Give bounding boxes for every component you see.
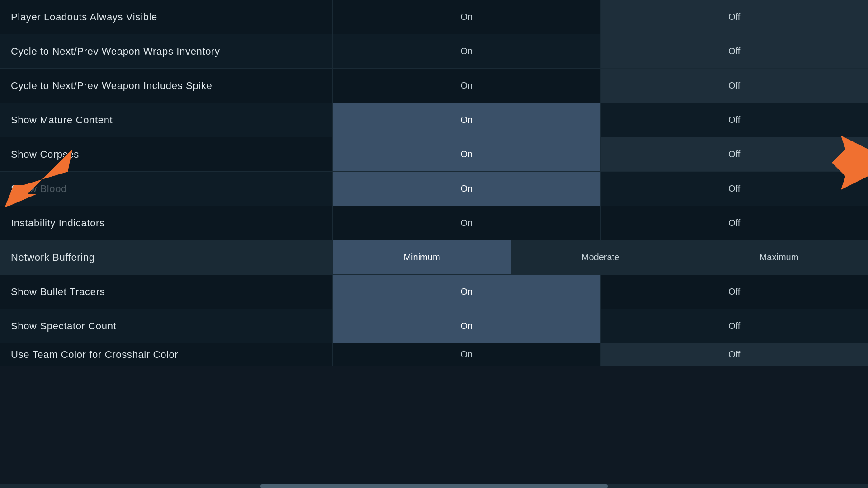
- setting-label-network-buffering: Network Buffering: [0, 240, 332, 274]
- setting-label-cycle-spike: Cycle to Next/Prev Weapon Includes Spike: [0, 69, 332, 103]
- setting-row-crosshair-color: Use Team Color for Crosshair Color On Of…: [0, 343, 868, 366]
- setting-row-mature-content: Show Mature Content On Off: [0, 103, 868, 137]
- setting-label-player-loadouts: Player Loadouts Always Visible: [0, 0, 332, 34]
- svg-marker-1: [832, 136, 868, 190]
- option-on-instability[interactable]: On: [332, 206, 600, 240]
- option-on-spectator-count[interactable]: On: [332, 309, 600, 343]
- setting-row-instability: Instability Indicators On Off: [0, 206, 868, 240]
- setting-row-player-loadouts: Player Loadouts Always Visible On Off: [0, 0, 868, 34]
- option-on-player-loadouts[interactable]: On: [332, 0, 600, 34]
- setting-options-cycle-spike: On Off: [332, 69, 868, 103]
- option-maximum-network[interactable]: Maximum: [689, 240, 868, 274]
- settings-container: Player Loadouts Always Visible On Off Cy…: [0, 0, 868, 488]
- setting-label-crosshair-color: Use Team Color for Crosshair Color: [0, 343, 332, 366]
- setting-options-spectator-count: On Off: [332, 309, 868, 343]
- left-arrow-annotation: [0, 149, 72, 208]
- setting-row-network-buffering: Network Buffering Minimum Moderate Maxim…: [0, 240, 868, 275]
- svg-marker-0: [5, 149, 72, 208]
- option-minimum-network[interactable]: Minimum: [332, 240, 511, 274]
- setting-row-cycle-wraps: Cycle to Next/Prev Weapon Wraps Inventor…: [0, 34, 868, 69]
- setting-row-show-corpses: Show Corpses On Off: [0, 137, 868, 172]
- option-off-show-unknown[interactable]: Off: [600, 172, 868, 206]
- option-on-cycle-spike[interactable]: On: [332, 69, 600, 103]
- setting-row-spectator-count: Show Spectator Count On Off: [0, 309, 868, 343]
- option-on-bullet-tracers[interactable]: On: [332, 275, 600, 309]
- option-off-crosshair-color[interactable]: Off: [600, 343, 868, 366]
- option-off-cycle-wraps[interactable]: Off: [600, 34, 868, 68]
- option-off-player-loadouts[interactable]: Off: [600, 0, 868, 34]
- option-on-mature-content[interactable]: On: [332, 103, 600, 137]
- setting-options-show-corpses: On Off: [332, 137, 868, 171]
- scrollbar-thumb[interactable]: [260, 484, 608, 488]
- setting-label-instability: Instability Indicators: [0, 206, 332, 240]
- option-on-show-corpses[interactable]: On: [332, 137, 600, 171]
- right-arrow-annotation: [832, 136, 868, 190]
- setting-row-show-unknown: Show Blood On Off: [0, 172, 868, 206]
- setting-label-mature-content: Show Mature Content: [0, 103, 332, 137]
- setting-options-show-unknown: On Off: [332, 172, 868, 206]
- setting-options-network-buffering: Minimum Moderate Maximum: [332, 240, 868, 274]
- option-off-cycle-spike[interactable]: Off: [600, 69, 868, 103]
- setting-row-cycle-spike: Cycle to Next/Prev Weapon Includes Spike…: [0, 69, 868, 103]
- option-off-spectator-count[interactable]: Off: [600, 309, 868, 343]
- option-moderate-network[interactable]: Moderate: [511, 240, 689, 274]
- option-off-bullet-tracers[interactable]: Off: [600, 275, 868, 309]
- setting-label-cycle-wraps: Cycle to Next/Prev Weapon Wraps Inventor…: [0, 34, 332, 68]
- setting-options-crosshair-color: On Off: [332, 343, 868, 366]
- setting-label-spectator-count: Show Spectator Count: [0, 309, 332, 343]
- option-on-show-unknown[interactable]: On: [332, 172, 600, 206]
- scrollbar[interactable]: [0, 484, 868, 488]
- setting-label-bullet-tracers: Show Bullet Tracers: [0, 275, 332, 309]
- option-off-instability[interactable]: Off: [600, 206, 868, 240]
- option-off-mature-content[interactable]: Off: [600, 103, 868, 137]
- setting-options-mature-content: On Off: [332, 103, 868, 137]
- setting-options-instability: On Off: [332, 206, 868, 240]
- option-off-show-corpses[interactable]: Off: [600, 137, 868, 171]
- setting-options-cycle-wraps: On Off: [332, 34, 868, 68]
- setting-options-player-loadouts: On Off: [332, 0, 868, 34]
- setting-options-bullet-tracers: On Off: [332, 275, 868, 309]
- option-on-crosshair-color[interactable]: On: [332, 343, 600, 366]
- setting-row-bullet-tracers: Show Bullet Tracers On Off: [0, 275, 868, 309]
- option-on-cycle-wraps[interactable]: On: [332, 34, 600, 68]
